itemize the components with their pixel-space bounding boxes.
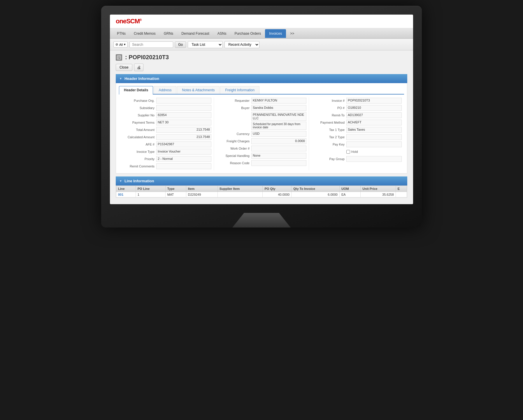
label-payment-terms: Payment Terms — [121, 121, 156, 124]
form-row-priority: Priority 2 - Normal — [121, 156, 211, 162]
col-qty-to-invoice: Qty To Invoice — [292, 186, 340, 192]
value-freight-charges: 0.0000 — [251, 138, 306, 144]
cell-supplier-item — [217, 192, 263, 197]
close-button[interactable]: Close — [116, 64, 132, 71]
cell-po-line: 1 — [136, 192, 165, 197]
nav-item-ptns[interactable]: PTNs — [113, 29, 130, 38]
value-invoice-num: POPI020210T3 — [346, 98, 402, 104]
nav-item-demand-forecast[interactable]: Demand Forecast — [177, 29, 213, 38]
cell-item: D229249 — [186, 192, 217, 197]
form-row-invoice-num: Invoice # POPI020210T3 — [311, 97, 402, 104]
value-work-order — [251, 146, 306, 151]
tab-notes-attachments[interactable]: Notes & Attachments — [177, 86, 220, 94]
monitor-screen: oneSCM® PTNs Credit Memos GRNs Demand Fo… — [110, 15, 413, 204]
label-pay-group: Pay Group — [311, 157, 346, 161]
value-supplier-name: PFANNENSTIEL INNOVATIVE NDE LLC — [251, 112, 306, 121]
value-remit-comments — [156, 163, 211, 169]
form-row-requester: Requester KENNY FULTON — [216, 97, 306, 104]
filter-label: All — [119, 43, 123, 46]
header-collapse-icon[interactable]: ▼ — [119, 77, 122, 80]
label-priority: Priority — [121, 157, 156, 161]
header-section-title: Header Information — [124, 76, 159, 81]
print-button[interactable]: 🖨 — [134, 64, 143, 71]
value-tax1-type: Sales Taxes — [346, 127, 402, 133]
table-row[interactable]: 001 1 MAT D229249 40.0000 6.0000 EA 35.6… — [116, 192, 407, 197]
label-pay-key: Pay Key — [311, 143, 346, 146]
value-afe: P15342987 — [156, 141, 211, 147]
hold-checkbox[interactable] — [346, 150, 350, 154]
nav-item-more[interactable]: >> — [286, 29, 298, 38]
value-po-num: O189210 — [346, 105, 402, 111]
logo-trademark: ® — [140, 18, 141, 22]
form-row-supplier-name: PFANNENSTIEL INNOVATIVE NDE LLC — [216, 112, 306, 121]
col-po-line: PO Line — [136, 186, 165, 192]
value-pay-key — [346, 141, 402, 147]
form-row-special-handling: Special Handling None — [216, 153, 306, 159]
label-remit-comments: Remit Comments — [121, 164, 156, 168]
top-bar: oneSCM® — [110, 15, 413, 28]
cell-unit-price: 35.6258 — [361, 192, 396, 197]
logo: oneSCM® — [116, 18, 141, 25]
form-row-afe: AFE # P15342987 — [121, 141, 211, 148]
nav-item-credit-memos[interactable]: Credit Memos — [130, 29, 160, 38]
line-table: Line PO Line Type Item Supplier Item PO … — [116, 186, 407, 197]
col-unit-price: Unit Price — [361, 186, 396, 192]
nav-item-purchase-orders[interactable]: Purchase Orders — [230, 29, 265, 38]
form-row-total-amount: Total Amount 213.7548 — [121, 127, 211, 133]
label-supplier-no: Supplier No — [121, 113, 156, 117]
line-collapse-icon[interactable]: ▼ — [119, 179, 122, 183]
form-row-buyer: Buyer Sandra Dobbs — [216, 105, 306, 111]
form-row-reason-code: Reason Code — [216, 160, 306, 166]
logo-highlight: SCM — [126, 18, 140, 25]
col-item: Item — [186, 186, 217, 192]
page-title: : POPI020210T3 — [125, 54, 169, 61]
value-supplier-no: 82854 — [156, 112, 211, 118]
form-row-tax1-type: Tax 1 Type Sales Taxes — [311, 127, 402, 133]
label-remit-to: Remit-To — [311, 113, 346, 117]
label-invoice-num: Invoice # — [311, 99, 346, 102]
label-afe: AFE # — [121, 143, 156, 146]
filter-chevron-icon: ▾ — [124, 43, 126, 46]
form-row-payment-schedule: Scheduled for payment 30 days from invoi… — [216, 122, 306, 130]
line-information-section: ▼ Line Information Line PO Line Type Ite… — [116, 176, 407, 198]
form-row-supplier-no: Supplier No 82854 — [121, 112, 211, 118]
search-input[interactable] — [129, 41, 173, 48]
value-remit-to: AD139027 — [346, 112, 402, 118]
label-purchase-org: Purchase Org. — [121, 99, 156, 102]
nav-item-asns[interactable]: ASNs — [213, 29, 231, 38]
value-subsidiary — [156, 105, 211, 111]
nav-item-invoices[interactable]: Invoices — [265, 29, 286, 38]
form-row-purchase-org: Purchase Org. — [121, 97, 211, 104]
monitor-stand — [232, 213, 291, 228]
label-freight-charges: Freight Charges — [216, 139, 251, 143]
tab-freight-information[interactable]: Freight Information — [220, 86, 259, 94]
label-buyer: Buyer — [216, 106, 251, 110]
page-title-row: : POPI020210T3 — [116, 54, 407, 61]
cell-line: 001 — [116, 192, 136, 197]
filter-dropdown[interactable]: ⊘ All ▾ — [113, 41, 128, 48]
task-list-select[interactable]: Task List — [188, 41, 223, 48]
nav-item-grns[interactable]: GRNs — [160, 29, 178, 38]
label-currency: Currency — [216, 132, 251, 136]
form-row-currency: Currency USD — [216, 131, 306, 137]
label-tax2-type: Tax 2 Type — [311, 135, 346, 139]
label-tax1-type: Tax 1 Type — [311, 128, 346, 132]
tab-header-details[interactable]: Header Details — [119, 86, 153, 94]
page-content: : POPI020210T3 Close 🖨 ▼ Header Informat… — [110, 50, 413, 204]
col-e: E — [396, 186, 407, 192]
recent-activity-select[interactable]: Recent Activity — [224, 41, 259, 48]
form-row-pay-group: Pay Group — [311, 156, 402, 162]
col-supplier-item: Supplier Item — [217, 186, 263, 192]
form-row-pay-key: Pay Key — [311, 141, 402, 148]
line-section-title: Line Information — [124, 179, 154, 183]
value-requester: KENNY FULTON — [251, 98, 306, 104]
label-requester: Requester — [216, 99, 251, 102]
form-row-hold: Hold — [311, 148, 402, 155]
line-table-header-row: Line PO Line Type Item Supplier Item PO … — [116, 186, 407, 192]
document-icon — [116, 54, 122, 61]
col-type: Type — [165, 186, 186, 192]
col-uom: UOM — [339, 186, 360, 192]
tab-address[interactable]: Address — [154, 86, 176, 94]
print-icon: 🖨 — [137, 65, 141, 70]
go-button[interactable]: Go — [175, 41, 186, 48]
